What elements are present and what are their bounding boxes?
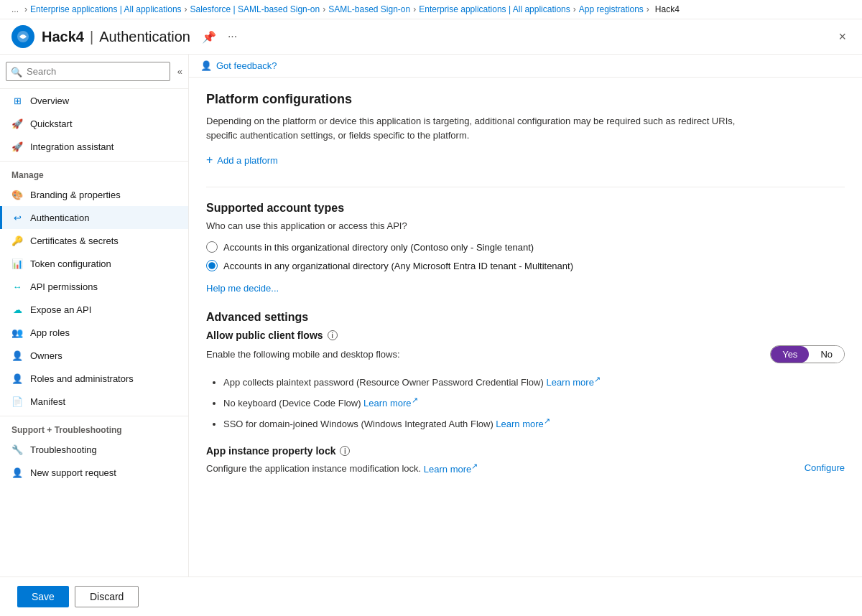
sidebar-item-token[interactable]: 📊 Token configuration bbox=[0, 252, 188, 275]
property-lock-label: App instance property lock i bbox=[206, 445, 845, 457]
support-icon: 👤 bbox=[11, 467, 23, 478]
sidebar-label-api-permissions: API permissions bbox=[30, 281, 98, 292]
feedback-bar[interactable]: 👤 Got feedback? bbox=[189, 55, 862, 78]
feedback-label: Got feedback? bbox=[216, 60, 277, 71]
property-lock-learn-more[interactable]: Learn more↗ bbox=[424, 464, 478, 475]
toggle-no[interactable]: No bbox=[809, 346, 844, 363]
breadcrumb-ellipsis[interactable]: ... bbox=[11, 4, 19, 14]
breadcrumb-saml[interactable]: SAML-based Sign-on bbox=[328, 4, 410, 14]
auth-icon: ↩ bbox=[11, 212, 23, 223]
bullet-2-text: No keyboard (Device Code Flow) bbox=[223, 398, 361, 409]
breadcrumb-app-registrations[interactable]: App registrations bbox=[579, 4, 644, 14]
collapse-sidebar-button[interactable]: « bbox=[177, 66, 182, 77]
feedback-icon: 👤 bbox=[200, 60, 212, 71]
radio-multi-tenant-input[interactable] bbox=[206, 260, 218, 271]
content-area: 👤 Got feedback? Platform configurations … bbox=[189, 55, 862, 577]
app-name: Hack4 bbox=[42, 29, 84, 45]
more-button[interactable]: ··· bbox=[225, 29, 240, 45]
breadcrumb: ... › Enterprise applications | All appl… bbox=[0, 0, 862, 19]
help-me-decide-link[interactable]: Help me decide... bbox=[206, 283, 279, 294]
cert-icon: 🔑 bbox=[11, 235, 23, 246]
sidebar-item-troubleshooting[interactable]: 🔧 Troubleshooting bbox=[0, 438, 188, 461]
sidebar-label-integration: Integration assistant bbox=[30, 141, 113, 152]
title-actions: 📌 ··· bbox=[199, 29, 240, 45]
search-icon: 🔍 bbox=[11, 66, 22, 77]
sidebar-item-integration[interactable]: 🚀 Integration assistant bbox=[0, 135, 188, 158]
radio-single-tenant-input[interactable] bbox=[206, 241, 218, 253]
sidebar: 🔍 « ⊞ Overview 🚀 Quickstart 🚀 Integratio… bbox=[0, 55, 189, 577]
add-platform-button[interactable]: + Add a platform bbox=[206, 154, 278, 167]
public-client-label: Allow public client flows i bbox=[206, 330, 845, 341]
rocket-icon: 🚀 bbox=[11, 118, 23, 129]
integration-icon: 🚀 bbox=[11, 141, 23, 152]
pin-button[interactable]: 📌 bbox=[199, 29, 219, 45]
nav-section-manage: Manage 🎨 Branding & properties ↩ Authent… bbox=[0, 158, 188, 413]
manage-section-header: Manage bbox=[0, 161, 188, 183]
sidebar-item-overview[interactable]: ⊞ Overview bbox=[0, 89, 188, 112]
bullet-2: No keyboard (Device Code Flow) Learn mor… bbox=[223, 394, 845, 411]
sidebar-label-overview: Overview bbox=[30, 95, 69, 106]
radio-single-tenant[interactable]: Accounts in this organizational director… bbox=[206, 241, 845, 253]
bullet-1: App collects plaintext password (Resourc… bbox=[223, 373, 845, 390]
sidebar-item-roles-admin[interactable]: 👤 Roles and administrators bbox=[0, 367, 188, 390]
nav-section-top: ⊞ Overview 🚀 Quickstart 🚀 Integration as… bbox=[0, 89, 188, 158]
sidebar-item-app-roles[interactable]: 👥 App roles bbox=[0, 321, 188, 344]
branding-icon: 🎨 bbox=[11, 189, 23, 200]
bullet-3-text: SSO for domain-joined Windows (Windows I… bbox=[223, 419, 493, 429]
bullet-3-learn-more[interactable]: Learn more↗ bbox=[496, 419, 550, 429]
sidebar-search-container: 🔍 « bbox=[0, 55, 188, 89]
sidebar-item-branding[interactable]: 🎨 Branding & properties bbox=[0, 183, 188, 206]
sidebar-label-owners: Owners bbox=[30, 350, 62, 361]
breadcrumb-salesforce[interactable]: Salesforce | SAML-based Sign-on bbox=[190, 4, 320, 14]
nav-section-support: Support + Troubleshooting 🔧 Troubleshoot… bbox=[0, 413, 188, 484]
add-platform-label: Add a platform bbox=[217, 155, 278, 166]
breadcrumb-enterprise-apps2[interactable]: Enterprise applications | All applicatio… bbox=[419, 4, 570, 14]
property-lock-info-icon[interactable]: i bbox=[340, 446, 350, 456]
page-title: Authentication bbox=[99, 29, 190, 45]
sidebar-item-owners[interactable]: 👤 Owners bbox=[0, 344, 188, 367]
sidebar-item-expose-api[interactable]: ☁ Expose an API bbox=[0, 298, 188, 321]
divider-1 bbox=[206, 187, 845, 187]
breadcrumb-current: Hack4 bbox=[655, 4, 680, 14]
sidebar-label-certificates: Certificates & secrets bbox=[30, 235, 119, 246]
bullet-1-learn-more[interactable]: Learn more↗ bbox=[546, 377, 600, 388]
save-button[interactable]: Save bbox=[17, 586, 69, 607]
account-types-radio-group: Accounts in this organizational director… bbox=[206, 241, 845, 271]
sidebar-label-token: Token configuration bbox=[30, 258, 111, 269]
sidebar-label-support: New support request bbox=[30, 467, 116, 478]
sidebar-label-manifest: Manifest bbox=[30, 396, 65, 407]
public-client-bullets: App collects plaintext password (Resourc… bbox=[206, 373, 845, 431]
property-lock-desc: Configure the application instance modif… bbox=[206, 461, 478, 474]
discard-button[interactable]: Discard bbox=[75, 586, 139, 607]
public-client-toggle[interactable]: Yes No bbox=[770, 345, 845, 363]
sidebar-item-authentication[interactable]: ↩ Authentication bbox=[0, 206, 188, 229]
token-icon: 📊 bbox=[11, 258, 23, 269]
api-icon: ↔ bbox=[11, 281, 23, 292]
breadcrumb-enterprise-apps[interactable]: Enterprise applications | All applicatio… bbox=[30, 4, 182, 14]
bullet-2-learn-more[interactable]: Learn more↗ bbox=[363, 398, 417, 409]
sidebar-item-manifest[interactable]: 📄 Manifest bbox=[0, 390, 188, 413]
account-types-desc: Who can use this application or access t… bbox=[206, 220, 845, 231]
close-button[interactable]: × bbox=[834, 28, 851, 46]
trouble-icon: 🔧 bbox=[11, 444, 23, 455]
sidebar-item-support[interactable]: 👤 New support request bbox=[0, 461, 188, 484]
advanced-settings-section: Advanced settings Allow public client fl… bbox=[206, 311, 845, 475]
content-inner: Platform configurations Depending on the… bbox=[189, 78, 862, 489]
main-layout: 🔍 « ⊞ Overview 🚀 Quickstart 🚀 Integratio… bbox=[0, 55, 862, 577]
search-input[interactable] bbox=[6, 62, 170, 81]
sidebar-label-branding: Branding & properties bbox=[30, 190, 121, 200]
sidebar-item-quickstart[interactable]: 🚀 Quickstart bbox=[0, 112, 188, 135]
grid-icon: ⊞ bbox=[11, 95, 23, 106]
public-client-label-text: Allow public client flows bbox=[206, 330, 323, 341]
radio-multi-tenant-label: Accounts in any organizational directory… bbox=[223, 261, 573, 271]
platform-config-section: Platform configurations Depending on the… bbox=[206, 92, 845, 167]
roles-icon: 👤 bbox=[11, 373, 23, 384]
sidebar-item-api-permissions[interactable]: ↔ API permissions bbox=[0, 275, 188, 298]
external-link-icon-2: ↗ bbox=[412, 396, 418, 404]
radio-multi-tenant[interactable]: Accounts in any organizational directory… bbox=[206, 260, 845, 271]
app-logo bbox=[11, 25, 34, 48]
public-client-info-icon[interactable]: i bbox=[328, 330, 338, 340]
sidebar-item-certificates[interactable]: 🔑 Certificates & secrets bbox=[0, 229, 188, 252]
configure-link[interactable]: Configure bbox=[805, 462, 845, 473]
toggle-yes[interactable]: Yes bbox=[771, 346, 809, 363]
